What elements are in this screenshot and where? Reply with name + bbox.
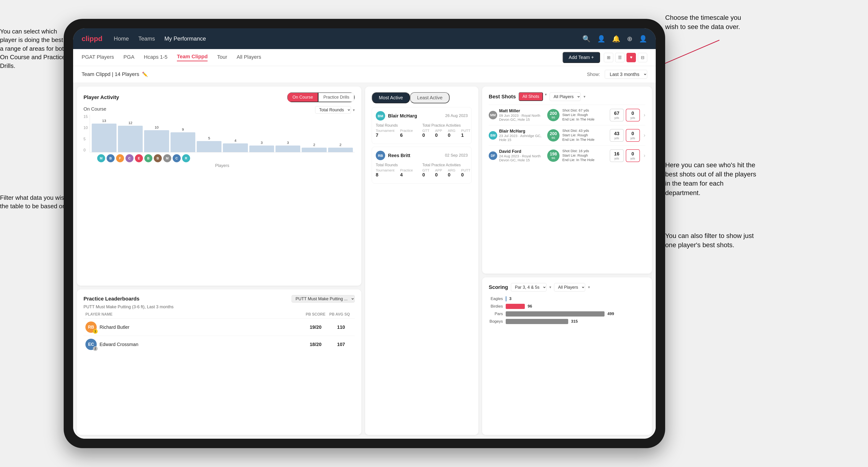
nav-teams[interactable]: Teams (138, 35, 155, 42)
shot-badge-label-ford: SG (552, 157, 555, 159)
bar-group-1: 12 (118, 121, 143, 152)
bar-6[interactable] (249, 146, 274, 152)
player-info-crossman: EC 2 Edward Crossman (85, 339, 302, 350)
on-course-label: On Course (84, 106, 106, 112)
avg-butler: 110 (329, 324, 353, 330)
nav-my-performance[interactable]: My Performance (164, 35, 206, 42)
shot-stat-end-ford: 0 yds (626, 149, 640, 162)
rounds-sub: Tournament 7 Practice 6 (376, 129, 413, 138)
course-toggle: On Course Practice Drills (287, 92, 355, 102)
bar-label-9: 2 (339, 143, 341, 147)
best-shots-header: Best Shots All Shots ▾ All Players ▾ (489, 92, 645, 101)
shot-row-ford[interactable]: DF David Ford 24 Aug 2023 · Royal North … (489, 145, 645, 165)
on-course-btn[interactable]: On Course (287, 92, 318, 102)
bar-0[interactable] (92, 124, 117, 152)
arg-label-2: ARG (448, 168, 456, 172)
bar-5[interactable] (223, 144, 248, 152)
activity-name-mcharg: Blair McHarg (388, 113, 442, 119)
avatar-icon[interactable]: 👤 (639, 35, 647, 43)
shots-filter-chevron: ▾ (584, 94, 585, 99)
bar-8[interactable] (302, 148, 327, 152)
tab-pga[interactable]: PGA (123, 54, 134, 61)
shot-row-mcharg[interactable]: BM Blair McHarg 23 Jul 2023 · Ashridge G… (489, 125, 645, 145)
bar-7[interactable] (276, 146, 300, 152)
grid-view-icon[interactable]: ⊞ (604, 53, 613, 62)
tab-hcaps[interactable]: Hcaps 1-5 (144, 54, 167, 61)
all-shots-tab[interactable]: All Shots (519, 92, 543, 101)
tab-pgat-players[interactable]: PGAT Players (82, 54, 114, 61)
scoring-bar-label-3: Bogeys (489, 319, 503, 324)
nav-logo: clippd (82, 35, 102, 43)
total-rounds-label: Total Rounds (376, 123, 413, 128)
view-icons: ⊞ ☰ ♥ ⊟ (604, 53, 647, 62)
shot-badge-num-miller: 200 (550, 111, 557, 116)
app-label: APP (435, 129, 442, 132)
bar-4[interactable] (197, 141, 221, 152)
subnav: PGAT Players PGA Hcaps 1-5 Team Clippd T… (73, 49, 656, 66)
plus-icon[interactable]: ⊕ (627, 35, 632, 43)
shot-stat-dist-mcharg: 43 yds (610, 129, 624, 142)
chart-avatar-0: M (97, 154, 105, 162)
bar-label-8: 2 (313, 143, 315, 147)
y-label-10: 10 (84, 126, 88, 130)
bar-9[interactable] (328, 148, 353, 152)
least-active-tab[interactable]: Least Active (410, 92, 450, 103)
chart-filter-select[interactable]: Total Rounds (315, 106, 351, 114)
search-icon[interactable]: 🔍 (582, 35, 591, 43)
edit-team-icon[interactable]: ✏️ (142, 71, 148, 77)
rounds-sub-2: Tournament 8 Practice 4 (376, 168, 413, 178)
bar-group-8: 2 (302, 143, 327, 152)
bar-2[interactable] (144, 130, 169, 152)
activity-date-mcharg: 26 Aug 2023 (445, 114, 468, 118)
scoring-count-2: 499 (607, 312, 614, 316)
nav-home[interactable]: Home (114, 35, 129, 42)
card-view-icon[interactable]: ♥ (626, 53, 636, 62)
scoring-filter-1[interactable]: Par 3, 4 & 5s (511, 283, 547, 291)
scoring-bar-label-2: Pars (489, 312, 503, 316)
profile-icon[interactable]: 👤 (597, 35, 606, 43)
practice-val: 6 (400, 132, 413, 138)
y-label-5: 5 (84, 137, 88, 141)
add-team-button[interactable]: Add Team + (563, 52, 600, 63)
practice-drills-btn[interactable]: Practice Drills (318, 92, 354, 102)
best-shots-title: Best Shots (489, 94, 516, 100)
scoring-row-1: Birdies96 (489, 304, 645, 309)
shot-badge-ford: 198 SG (547, 150, 559, 162)
annotation-best-shots: Here you can see who's hit the best shot… (665, 160, 760, 197)
score-butler: 19/20 (304, 324, 328, 330)
scoring-filter-2[interactable]: All Players (554, 283, 585, 291)
most-active-tab[interactable]: Most Active (372, 92, 410, 103)
bar-group-9: 2 (328, 143, 353, 152)
arg-val-2: 0 (448, 172, 456, 178)
shot-detail-mcharg: Shot Dist: 43 yds Start Lie: Rough End L… (562, 129, 607, 142)
scoring-count-1: 96 (528, 304, 532, 309)
detail-view-icon[interactable]: ⊟ (638, 53, 647, 62)
time-select[interactable]: Last 3 months (605, 70, 647, 79)
tab-team-clippd[interactable]: Team Clippd (177, 54, 208, 61)
tab-all-players[interactable]: All Players (237, 54, 261, 61)
y-axis: 15 10 5 0 (84, 115, 90, 152)
chart-avatar-1: B (106, 154, 115, 162)
chart-avatar-9: R (182, 154, 190, 162)
shots-player-filter[interactable]: All Players (550, 92, 581, 101)
chart-avatar-8: C (173, 154, 181, 162)
shot-stats-mcharg: 43 yds 0 yds (610, 129, 640, 142)
leaderboard-dropdown[interactable]: PUTT Must Make Putting ... (291, 295, 355, 303)
bar-group-6: 3 (249, 141, 274, 152)
show-label: Show: (587, 72, 600, 77)
tab-tour[interactable]: Tour (217, 54, 227, 61)
bar-3[interactable] (170, 132, 195, 152)
scoring-filter-chevron: ▾ (549, 285, 551, 289)
shot-row-miller[interactable]: MM Matt Miller 09 Jun 2023 · Royal North… (489, 105, 645, 125)
col-pb-score: PB SCORE (306, 312, 329, 316)
bell-icon[interactable]: 🔔 (612, 35, 620, 43)
app-label-2: APP (435, 168, 442, 172)
putt-label-2: PUTT (461, 168, 470, 172)
shots-dropdown-icon[interactable]: ▾ (545, 92, 547, 101)
bar-1[interactable] (118, 126, 143, 152)
tournament-val: 7 (376, 132, 394, 138)
activity-player-mcharg: BM Blair McHarg 26 Aug 2023 Total Rounds… (372, 107, 472, 144)
middle-column: Most Active Least Active BM Blair McHarg… (365, 87, 478, 435)
activity-player-header-2: RB Rees Britt 02 Sep 2023 (376, 151, 468, 160)
list-view-icon[interactable]: ☰ (615, 53, 625, 62)
